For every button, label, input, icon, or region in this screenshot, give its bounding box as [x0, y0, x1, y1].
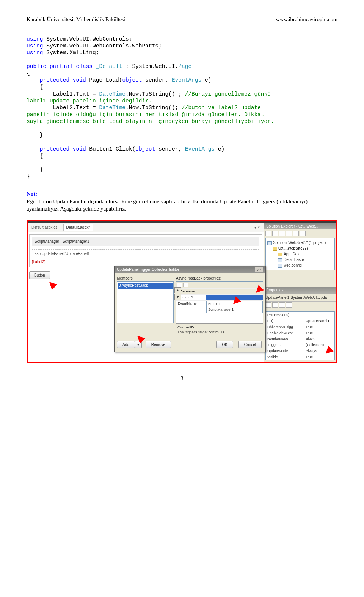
move-up-icon[interactable]: ▲: [174, 287, 181, 293]
alphabetical-icon[interactable]: [183, 283, 188, 287]
prop-row[interactable]: RenderModeBlock: [266, 336, 334, 342]
arrow-icon: [47, 279, 57, 290]
toolbar-icon[interactable]: [293, 231, 299, 236]
members-panel: Members: 0 AsyncPostBack ▲ ▼: [117, 276, 174, 336]
designer-area: Default.aspx.cs Default.aspx* ▾ × Script…: [28, 223, 264, 362]
move-down-icon[interactable]: ▼: [174, 294, 181, 300]
solution-explorer-title: Solution Explorer - C:\...\Web...: [264, 223, 336, 230]
propgrid-toolbar: [176, 282, 263, 288]
member-item[interactable]: 0 AsyncPostBack: [118, 283, 173, 289]
prop-row[interactable]: (ID)UpdatePanel1: [266, 318, 334, 324]
note-text: Eğer buton UpdatePanelin dışında olursa …: [27, 198, 308, 212]
reorder-buttons: ▲ ▼: [174, 287, 181, 300]
design-surface: ScriptManager - ScriptManager1 asp:Updat…: [29, 234, 262, 267]
propgrid-help: ControlID The trigger's target control I…: [176, 323, 263, 336]
categorized-icon[interactable]: [265, 302, 271, 308]
prop-panel-label: AsyncPostBack properties:: [176, 276, 263, 281]
tree-node[interactable]: Default.aspx: [267, 257, 333, 262]
properties-selected-object[interactable]: UpdatePanel1 System.Web.UI.Upda: [264, 294, 336, 302]
ok-button[interactable]: OK: [216, 341, 233, 349]
tree-node[interactable]: web.config: [267, 262, 333, 268]
header-dots: [126, 20, 275, 20]
properties-title: Properties: [264, 287, 336, 294]
tab-close-icon[interactable]: ▾ ×: [254, 225, 262, 230]
page-header: Karabük Üniversitesi, Mühendislik Fakült…: [27, 16, 337, 24]
file-icon: [278, 264, 282, 268]
tree-node[interactable]: C:\...\WebSite27\: [267, 245, 333, 251]
header-left: Karabük Üniversitesi, Mühendislik Fakült…: [27, 16, 126, 24]
folder-icon: [278, 253, 282, 256]
cancel-button[interactable]: Cancel: [238, 341, 262, 349]
tab-codebehind[interactable]: Default.aspx.cs: [29, 224, 60, 231]
dialog-window-buttons[interactable]: ?×: [255, 267, 263, 272]
note-label: Not:: [27, 191, 37, 197]
dropdown-option[interactable]: ScriptManager1: [207, 307, 262, 313]
design-button-control[interactable]: Button: [29, 271, 50, 280]
behavior-category: □ Behavior: [176, 288, 263, 294]
toolbar-icon[interactable]: [265, 231, 271, 236]
prop-row-triggers[interactable]: Triggers(Collection): [266, 342, 334, 348]
remove-button[interactable]: Remove: [146, 341, 171, 349]
document-tabs: Default.aspx.cs Default.aspx* ▾ ×: [28, 223, 264, 233]
label2-placeholder[interactable]: [Label2]: [32, 259, 259, 265]
events-icon[interactable]: [286, 302, 292, 308]
page-number: 3: [27, 374, 337, 382]
props-toolbar: [265, 302, 335, 308]
categorized-icon[interactable]: [177, 283, 182, 287]
screenshot: Default.aspx.cs Default.aspx* ▾ × Script…: [27, 220, 337, 363]
prop-row[interactable]: ChildrenAsTriggTrue: [266, 324, 334, 330]
solexp-toolbar: [265, 231, 335, 236]
toolbar-icon[interactable]: [286, 231, 292, 236]
prop-row[interactable]: (Expressions): [266, 312, 334, 318]
dialog-titlebar: UpdatePanelTrigger Collection Editor ?×: [115, 266, 265, 273]
members-listbox[interactable]: 0 AsyncPostBack: [117, 281, 174, 323]
toolbar-icon[interactable]: [279, 231, 285, 236]
dialog-title-text: UpdatePanelTrigger Collection Editor: [117, 267, 179, 272]
tree-node[interactable]: App_Data: [267, 251, 333, 257]
tree-node[interactable]: Solution 'WebSite27' (1 project): [267, 240, 333, 245]
tab-aspx[interactable]: Default.aspx*: [63, 224, 93, 231]
note-paragraph: Not: Eğer buton UpdatePanelin dışında ol…: [27, 190, 337, 213]
folder-icon: [273, 247, 277, 251]
dialog-property-grid[interactable]: □ Behavior ControlID EventName B: [176, 281, 263, 323]
toolbar-icon[interactable]: [300, 231, 306, 236]
eventname-row[interactable]: EventName Button1 ScriptManager1: [176, 300, 263, 313]
solution-tree[interactable]: Solution 'WebSite27' (1 project) C:\...\…: [265, 238, 335, 270]
toolbar-icon[interactable]: [272, 231, 278, 236]
prop-row[interactable]: VisibleTrue: [266, 354, 334, 360]
members-label: Members:: [117, 276, 174, 281]
alphabetical-icon[interactable]: [272, 302, 278, 308]
prop-row[interactable]: EnableViewStatTrue: [266, 330, 334, 336]
solution-icon: [267, 241, 272, 245]
scriptmanager-control[interactable]: ScriptManager - ScriptManager1: [32, 237, 259, 246]
file-icon: [278, 258, 282, 262]
right-column: Solution Explorer - C:\...\Web... Soluti…: [264, 223, 336, 362]
controlid-row[interactable]: ControlID: [176, 294, 263, 300]
props-icon[interactable]: [279, 302, 285, 308]
prop-panel: AsyncPostBack properties: □ Behavior Con…: [176, 276, 263, 336]
updatepanel-control[interactable]: asp:UpdatePanel#UpdatePanel1: [32, 249, 259, 258]
header-right: www.ibrahimcayiroglu.com: [276, 16, 337, 24]
solution-explorer: Solution 'WebSite27' (1 project) C:\...\…: [264, 229, 336, 272]
code-block: using System.Web.UI.WebControls; using S…: [27, 36, 337, 180]
